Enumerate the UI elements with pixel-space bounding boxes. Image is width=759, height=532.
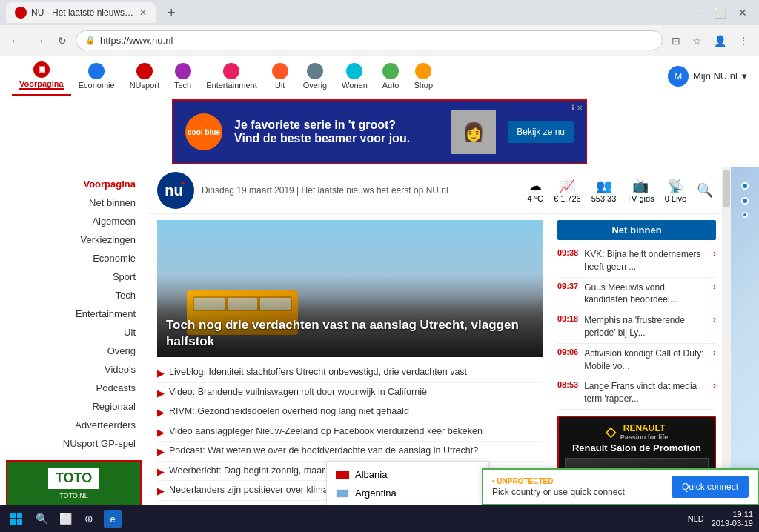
news-item-0[interactable]: ▶ Liveblog: Identiteit slachtoffers Utre…: [157, 363, 543, 383]
feed-item-0[interactable]: 09:38 KVK: Bijna helft ondernemers heeft…: [557, 245, 716, 278]
sidebar-item-verkiezingen[interactable]: Verkiezingen: [0, 230, 148, 249]
visitors-widget[interactable]: 👥 553,33: [591, 178, 617, 203]
feed-item-3[interactable]: 09:06 Activision kondigt Call of Duty: M…: [557, 344, 716, 377]
tv-widget[interactable]: 📺 TV gids: [626, 178, 654, 203]
country-item-albania[interactable]: Albania: [327, 465, 488, 484]
sidebar-item-algemeen[interactable]: Algemeen: [0, 212, 148, 230]
taskbar-date: 2019-03-19: [712, 519, 753, 528]
weather-widget[interactable]: ☁ 4 °C: [527, 178, 543, 203]
close-button[interactable]: ✕: [738, 7, 747, 19]
scrollbar[interactable]: [722, 167, 731, 505]
albania-label: Albania: [355, 469, 387, 480]
tv-label: TV gids: [626, 194, 654, 203]
nav-nusport[interactable]: NUsport: [122, 59, 167, 94]
news-item-4[interactable]: ▶ Podcast: Wat weten we over de hoofdver…: [157, 442, 543, 462]
sidebar-item-voorpagina[interactable]: Voorpagina: [0, 175, 148, 193]
search-taskbar-icon[interactable]: 🔍: [33, 510, 50, 528]
address-bar: ← → ↻ 🔒 https://www.nu.nl ⊡ ☆ 👤 ⋮: [0, 25, 759, 56]
new-tab-button[interactable]: +: [162, 2, 182, 24]
sidebar-item-regionaal[interactable]: Regionaal: [0, 397, 148, 416]
news-bullet-7: ▶: [157, 505, 165, 506]
sidebar-item-adverteerders[interactable]: Adverteerders: [0, 416, 148, 434]
feed-item-2[interactable]: 09:18 Memphis na 'frustrerende periode' …: [557, 310, 716, 344]
nav-voorpagina[interactable]: ▣ Voorpagina: [12, 57, 71, 96]
nav-economie[interactable]: Economie: [71, 59, 122, 94]
nu-date: Dinsdag 19 maart 2019 | Het laatste nieu…: [202, 185, 520, 196]
sidebar-algemeen-label: Algemeen: [92, 216, 136, 227]
hero-title: Toch nog drie verdachten vast na aanslag…: [166, 317, 534, 350]
sidebar-sport-label: Sport: [113, 271, 136, 282]
vpn-connect-button[interactable]: Quick connect: [672, 476, 749, 498]
feed-arrow-0: ›: [713, 248, 716, 259]
lock-icon: 🔒: [85, 36, 96, 45]
nav-shop[interactable]: Shop: [406, 59, 440, 94]
sidebar-eco-label: Economie: [93, 253, 136, 264]
sidebar-item-tech[interactable]: Tech: [0, 286, 148, 305]
live-widget[interactable]: 📡 0 Live: [665, 178, 686, 203]
sidebar-item-videos[interactable]: Video's: [0, 360, 148, 379]
refresh-button[interactable]: ↻: [53, 32, 71, 50]
country-item-argentina[interactable]: Argentina: [327, 484, 488, 502]
forward-button[interactable]: →: [30, 32, 49, 50]
account-button[interactable]: 👤: [709, 32, 731, 50]
stock-widget[interactable]: 📈 € 1.726: [554, 178, 581, 203]
browser-icon: e: [110, 513, 115, 525]
cast-button[interactable]: ⊡: [667, 32, 685, 50]
scrollbar-thumb[interactable]: [723, 170, 730, 207]
sidebar-adverteerders-label: Adverteerders: [75, 419, 136, 430]
sidebar-item-sport[interactable]: Sport: [0, 267, 148, 286]
task-view-icon[interactable]: ⬜: [56, 510, 74, 528]
news-item-3[interactable]: ▶ Video aanslagpleger Nieuw-Zeeland op F…: [157, 422, 543, 442]
maximize-button[interactable]: ⬜: [714, 7, 726, 19]
sidebar: Voorpagina Net binnen Algemeen Verkiezin…: [0, 167, 148, 505]
browser-taskbar-icon[interactable]: e: [104, 510, 122, 528]
map-pin-2: [741, 197, 749, 205]
url-bar[interactable]: 🔒 https://www.nu.nl: [76, 30, 663, 50]
nav-shop-label: Shop: [414, 81, 433, 90]
nav-wonen[interactable]: Wonen: [334, 59, 375, 94]
chrome-taskbar-icon[interactable]: ⊕: [80, 510, 98, 528]
back-button[interactable]: ←: [6, 32, 25, 50]
news-text-4: Podcast: Wat weten we over de hoofdverda…: [169, 445, 478, 458]
sidebar-verkiezingen-label: Verkiezingen: [81, 234, 136, 245]
sidebar-item-nusport-gp[interactable]: NUsport GP-spel: [0, 434, 148, 453]
menu-button[interactable]: ⋮: [734, 32, 753, 50]
sidebar-videos-label: Video's: [105, 364, 136, 375]
renault-logo-icon: ◇: [606, 424, 616, 440]
browser-tab[interactable]: NU - Het laatste nieuws het eerst ✕: [6, 2, 156, 23]
sidebar-item-uit[interactable]: Uit: [0, 323, 148, 342]
weather-temp: 4 °C: [527, 194, 543, 203]
ad-close-icon[interactable]: ℹ ✕: [571, 104, 583, 112]
bookmark-button[interactable]: ☆: [688, 32, 706, 50]
feed-arrow-2: ›: [713, 314, 716, 325]
news-item-2[interactable]: ▶ RIVM: Gezondheidsdoelen overheid nog l…: [157, 402, 543, 422]
sidebar-item-economie[interactable]: Economie: [0, 249, 148, 267]
ad-container: cool blue Je favoriete serie in 't groot…: [0, 96, 759, 167]
feed-item-4[interactable]: 08:53 Lange Frans vindt dat media term '…: [557, 376, 716, 410]
news-item-1[interactable]: ▶ Video: Brandende vuilniswagen rolt doo…: [157, 383, 543, 403]
sidebar-gp-label: NUsport GP-spel: [63, 438, 136, 449]
sidebar-item-netbinnen[interactable]: Net binnen: [0, 193, 148, 212]
tab-close-btn[interactable]: ✕: [139, 7, 147, 18]
feed-item-1[interactable]: 09:37 Guus Meeuwis vond kandidaten beoor…: [557, 278, 716, 311]
search-button[interactable]: 🔍: [697, 182, 713, 199]
sidebar-netbinnen-label: Net binnen: [89, 197, 136, 208]
vpn-status-text: Pick country or use quick connect: [492, 487, 664, 497]
nav-entertainment[interactable]: Entertainment: [199, 59, 264, 94]
sidebar-item-podcasts[interactable]: Podcasts: [0, 379, 148, 397]
minimize-button[interactable]: ─: [695, 7, 702, 19]
nav-overig[interactable]: Overig: [296, 59, 334, 94]
start-button[interactable]: [6, 508, 27, 529]
ad-cta-button[interactable]: Bekijk ze nu: [508, 121, 574, 143]
sidebar-item-entertainment[interactable]: Entertainment: [0, 305, 148, 323]
mijn-nu-button[interactable]: M Mijn NU.nl ▾: [668, 66, 747, 87]
net-binnen-label: Net binnen: [611, 225, 661, 236]
nav-uit[interactable]: Uit: [265, 59, 296, 94]
toto-logo-text: TOTO: [56, 471, 92, 485]
toto-ad[interactable]: TOTO TOTO.NL: [6, 460, 142, 505]
nav-tech[interactable]: Tech: [167, 59, 199, 94]
nav-auto[interactable]: Auto: [375, 59, 407, 94]
hero-article[interactable]: Toch nog drie verdachten vast na aanslag…: [157, 220, 543, 357]
sidebar-item-overig[interactable]: Overig: [0, 342, 148, 360]
sidebar-podcasts-label: Podcasts: [96, 382, 136, 393]
